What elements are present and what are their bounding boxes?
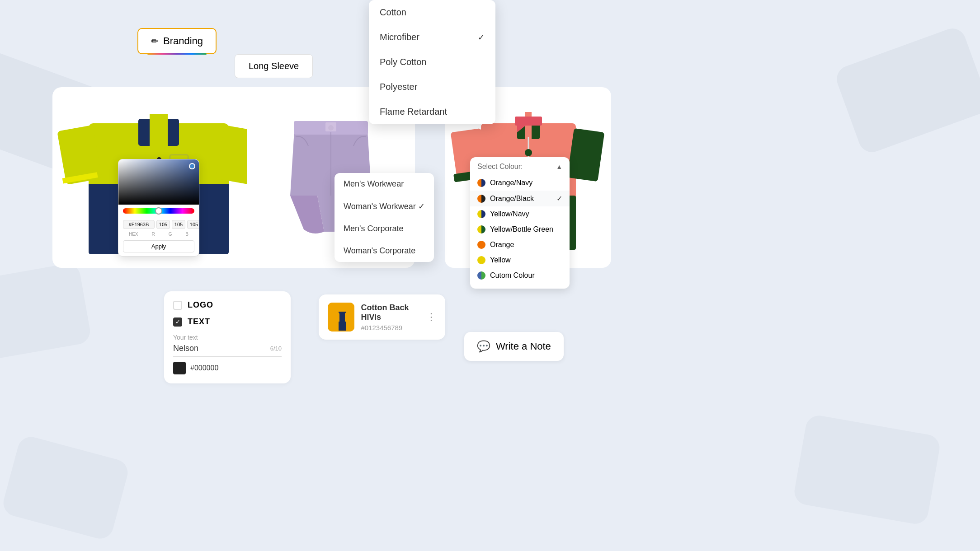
color-picker-labels: HEX R G B <box>118 232 199 238</box>
color-picker-b-input[interactable] <box>187 220 199 229</box>
svg-rect-34 <box>515 117 542 126</box>
fabric-option-cotton[interactable]: Cotton <box>369 0 495 25</box>
hivis-thumbnail <box>328 303 354 332</box>
orange-black-dot <box>477 195 485 203</box>
bg-decoration-2 <box>0 262 92 362</box>
note-icon: 💬 <box>477 340 490 353</box>
yellow-bottle-green-label: Yellow/Bottle Green <box>490 225 553 233</box>
svg-rect-38 <box>331 313 339 323</box>
orange-navy-dot <box>477 179 485 187</box>
fabric-option-flame-retardant[interactable]: Flame Retardant <box>369 99 495 124</box>
yellow-green-dot <box>477 225 485 233</box>
colour-option-orange-navy[interactable]: Orange/Navy <box>470 175 570 191</box>
colour-option-yellow-green[interactable]: Yellow/Bottle Green <box>470 222 570 237</box>
apply-label: Apply <box>151 243 166 250</box>
text-input-value[interactable]: Nelson <box>173 344 198 353</box>
text-input-row: Nelson 6/10 <box>173 344 282 356</box>
color-picker: HEX R G B Apply <box>118 159 199 257</box>
text-row: TEXT <box>173 317 282 327</box>
yellow-navy-label: Yellow/Navy <box>490 210 529 218</box>
custom-colour-label: Cutom Colour <box>490 271 535 280</box>
orange-dot <box>477 241 485 249</box>
bg-decoration-3 <box>833 25 980 156</box>
text-label: TEXT <box>188 317 210 327</box>
logo-row: LOGO <box>173 300 282 310</box>
color-picker-gradient-area[interactable] <box>118 159 199 205</box>
workwear-option-womans[interactable]: Woman's Workwear ✓ <box>335 195 434 218</box>
orange-black-checkmark: ✓ <box>556 194 562 203</box>
fabric-microfiber-label: Microfiber <box>380 32 419 42</box>
svg-point-31 <box>525 149 532 156</box>
custom-colour-dot <box>477 271 485 280</box>
select-colour-header: Select Colour: ▲ <box>470 163 570 175</box>
color-picker-hue-thumb <box>155 207 162 215</box>
workwear-option-mens-corp[interactable]: Men's Corporate <box>335 218 434 240</box>
fabric-option-polyester[interactable]: Polyester <box>369 75 495 99</box>
logo-label: LOGO <box>188 300 213 310</box>
logo-checkbox[interactable] <box>173 301 182 310</box>
color-picker-handle[interactable] <box>189 163 195 169</box>
color-picker-inputs <box>118 217 199 232</box>
more-options-button[interactable]: ⋮ <box>426 311 436 323</box>
hex-label: HEX <box>129 232 138 237</box>
bg-decoration-4 <box>0 434 131 542</box>
pencil-icon: ✏ <box>151 36 159 47</box>
long-sleeve-button[interactable]: Long Sleeve <box>235 54 313 78</box>
fabric-dropdown: Cotton Microfiber ✓ Poly Cotton Polyeste… <box>369 0 495 124</box>
bg-decoration-5 <box>792 413 942 526</box>
write-note-button[interactable]: 💬 Write a Note <box>464 332 564 361</box>
orange-navy-label: Orange/Navy <box>490 179 532 187</box>
select-colour-label: Select Colour: <box>477 163 523 171</box>
color-picker-hue-slider[interactable] <box>123 208 194 214</box>
microfiber-checkmark: ✓ <box>478 33 485 42</box>
hivis-product-card: Cotton Back HiVis #0123456789 ⋮ <box>319 294 445 340</box>
yellow-dot <box>477 256 485 264</box>
workwear-option-mens[interactable]: Men's Workwear <box>335 173 434 195</box>
fabric-option-microfiber[interactable]: Microfiber ✓ <box>369 25 495 50</box>
svg-rect-2 <box>150 114 168 150</box>
color-picker-hex-input[interactable] <box>123 220 155 229</box>
fabric-flame-retardant-label: Flame Retardant <box>380 107 447 117</box>
mens-workwear-label: Men's Workwear <box>344 179 404 189</box>
text-count: 6/10 <box>270 345 282 352</box>
hivis-thumb-svg <box>328 303 354 332</box>
svg-rect-40 <box>339 322 346 331</box>
fabric-poly-cotton-label: Poly Cotton <box>380 57 426 67</box>
branding-button[interactable]: ✏ Branding <box>137 28 217 54</box>
color-swatch-hex: #000000 <box>190 364 218 372</box>
hivis-product-info: Cotton Back HiVis #0123456789 <box>328 303 426 332</box>
fabric-polyester-label: Polyester <box>380 82 417 92</box>
colour-option-custom[interactable]: Cutom Colour <box>470 268 570 283</box>
r-label: R <box>151 232 155 237</box>
text-checkbox[interactable] <box>173 318 182 327</box>
color-swatch[interactable] <box>173 362 186 374</box>
mens-corporate-label: Men's Corporate <box>344 224 404 233</box>
color-picker-g-input[interactable] <box>172 220 185 229</box>
colour-option-yellow[interactable]: Yellow <box>470 252 570 268</box>
b-label: B <box>185 232 188 237</box>
womans-workwear-label: Woman's Workwear <box>344 202 416 211</box>
color-swatch-row: #000000 <box>173 362 282 374</box>
color-picker-apply-button[interactable]: Apply <box>123 240 194 252</box>
orange-label: Orange <box>490 241 514 249</box>
long-sleeve-label: Long Sleeve <box>249 61 299 71</box>
workwear-dropdown: Men's Workwear Woman's Workwear ✓ Men's … <box>335 173 434 262</box>
yellow-label: Yellow <box>490 256 511 264</box>
colour-option-yellow-navy[interactable]: Yellow/Navy <box>470 206 570 222</box>
yellow-navy-dot <box>477 210 485 218</box>
color-picker-r-input[interactable] <box>156 220 170 229</box>
g-label: G <box>169 232 172 237</box>
hivis-product-details: Cotton Back HiVis #0123456789 <box>361 303 426 332</box>
branding-panel: LOGO TEXT Your text Nelson 6/10 #000000 <box>164 291 291 383</box>
fabric-cotton-label: Cotton <box>380 7 406 18</box>
orange-black-label: Orange/Black <box>490 195 534 203</box>
colour-option-orange-black[interactable]: Orange/Black ✓ <box>470 191 570 206</box>
select-colour-chevron-up: ▲ <box>556 163 562 170</box>
colour-option-orange[interactable]: Orange <box>470 237 570 252</box>
select-colour-panel: Select Colour: ▲ Orange/Navy Orange/Blac… <box>470 157 570 289</box>
svg-rect-39 <box>345 313 353 323</box>
hivis-product-name: Cotton Back HiVis <box>361 303 426 322</box>
fabric-option-poly-cotton[interactable]: Poly Cotton <box>369 50 495 75</box>
workwear-option-womans-corp[interactable]: Woman's Corporate <box>335 240 434 262</box>
svg-point-21 <box>328 125 334 131</box>
